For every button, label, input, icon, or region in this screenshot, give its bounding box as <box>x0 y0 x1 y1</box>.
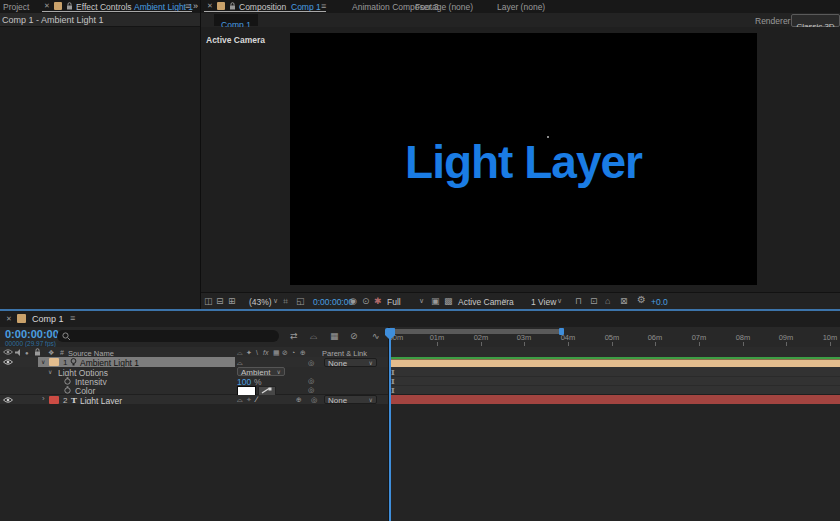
quality-toggle-icon[interactable]: ∕ <box>256 396 257 404</box>
ruler-tick <box>786 342 787 346</box>
after-effects-window: Project ✕ Effect Controls Ambient Light … <box>0 0 840 521</box>
fast-previews-icon[interactable]: ⌂ <box>605 297 610 305</box>
playhead-line[interactable] <box>389 328 391 521</box>
lock-column-icon <box>34 348 41 356</box>
timeline-left-empty[interactable] <box>0 404 388 521</box>
tab-project[interactable]: Project <box>3 2 29 12</box>
comp-canvas[interactable]: Light Layer <box>290 33 757 285</box>
exposure-value[interactable]: +0.0 <box>651 297 668 307</box>
timeline-tab-comp1[interactable]: Comp 1 <box>32 314 64 324</box>
comp-title-text[interactable]: Light Layer <box>290 135 757 189</box>
visibility-eye-icon[interactable] <box>3 397 13 403</box>
resolution-chevron-icon[interactable]: ∨ <box>419 297 424 305</box>
property-row-color[interactable]: Color ◎ <box>0 385 388 395</box>
panel-menu-icon[interactable]: ≡ <box>185 2 190 10</box>
renderer-button[interactable]: Classic 3D <box>791 14 840 27</box>
collapse-toggle-icon[interactable]: ✦ <box>246 396 252 404</box>
magnification-value[interactable]: (43%) <box>249 297 272 307</box>
visibility-eye-icon[interactable] <box>3 359 13 365</box>
tab-layer[interactable]: Layer (none) <box>497 2 545 12</box>
stopwatch-icon[interactable] <box>64 377 71 385</box>
search-box[interactable] <box>57 330 279 342</box>
motion-blur-switch-icon: ⊘ <box>282 349 288 357</box>
motion-blur-enable-icon[interactable]: ⊘ <box>350 332 358 340</box>
magnification-chevron-icon[interactable]: ∨ <box>273 297 278 305</box>
lock-icon[interactable] <box>229 2 236 10</box>
mirror-viewer-icon[interactable]: ⊞ <box>228 297 236 305</box>
close-icon[interactable]: ✕ <box>6 315 12 323</box>
property-name[interactable]: Color <box>75 386 95 396</box>
collapse-switch-icon: ✦ <box>246 349 252 357</box>
current-timecode[interactable]: 0:00:00:00 <box>5 328 59 340</box>
toolbar-timecode[interactable]: 0:00:00:00 <box>313 297 353 307</box>
pixel-aspect-icon[interactable]: ⊡ <box>590 297 598 305</box>
ruler-tick <box>830 342 831 346</box>
ruler-tick <box>743 342 744 346</box>
transparency-grid-icon[interactable]: ▩ <box>444 297 453 305</box>
view-layout-chevron-icon[interactable]: ∨ <box>557 297 562 305</box>
renderer-label: Renderer: <box>755 16 793 26</box>
close-icon[interactable]: ✕ <box>207 2 213 10</box>
eyedropper-button[interactable] <box>258 386 276 396</box>
panel-menu-icon[interactable]: ≡ <box>321 2 326 10</box>
layer-label-swatch[interactable] <box>49 358 59 366</box>
frame-blend-enable-icon[interactable]: ▦ <box>330 332 339 340</box>
tab-footage[interactable]: Footage (none) <box>415 2 473 12</box>
layer-label-swatch[interactable] <box>49 396 59 404</box>
parent-dropdown[interactable]: None ∨ <box>324 358 377 367</box>
motion-blur-toggle-icon[interactable]: ⊕ <box>296 396 302 404</box>
property-pickwhip-icon[interactable]: ◎ <box>308 386 314 394</box>
flowchart-icon[interactable]: ⊠ <box>620 297 628 305</box>
primary-viewer-icon[interactable]: ⊟ <box>216 297 224 305</box>
track-area[interactable]: I I I <box>390 347 840 521</box>
shy-switch-icon: ⌓ <box>237 349 243 357</box>
property-pickwhip-icon[interactable]: ◎ <box>308 377 314 385</box>
light-layer-type-icon <box>70 358 77 366</box>
composition-mini-flowchart-icon[interactable]: ⇄ <box>290 332 298 340</box>
snapshot-icon[interactable]: ◉ <box>349 297 357 305</box>
region-of-interest-icon[interactable]: ▣ <box>431 297 440 305</box>
resolution-value[interactable]: Full <box>387 297 401 307</box>
anchor-point-dot[interactable] <box>547 136 549 138</box>
ruler-label: 06m <box>643 333 667 342</box>
show-snapshot-icon[interactable]: ⊙ <box>362 297 370 305</box>
ruler-label: 04m <box>556 333 580 342</box>
collapse-chevron-icon[interactable]: ∨ <box>48 368 52 376</box>
viewer-subtab-comp1[interactable]: Comp 1 <box>214 14 258 26</box>
composition-toolbar: ◫ ⊟ ⊞ (43%) ∨ ⌗ ◱ 0:00:00:00 ◉ ⊙ ✱ Full … <box>201 292 840 310</box>
frame-counter: 00000 (29.97 fps) <box>5 340 56 347</box>
view-layout-value[interactable]: 1 View <box>531 297 556 307</box>
value-ibeam-marker: I <box>391 377 395 385</box>
hide-shy-layers-icon[interactable]: ⌓ <box>310 332 317 340</box>
parent-pickwhip-icon[interactable]: ◎ <box>311 396 317 404</box>
expand-chevron-icon[interactable]: ∨ <box>41 358 45 365</box>
parent-pickwhip-icon[interactable]: ◎ <box>308 359 314 367</box>
rulers-icon[interactable]: ◱ <box>296 297 305 305</box>
exposure-gear-icon[interactable]: ⚙ <box>637 296 646 304</box>
parent-dropdown[interactable]: None ∨ <box>324 395 377 404</box>
expand-chevron-icon[interactable]: › <box>42 395 45 403</box>
share-view-icon[interactable]: ⊓ <box>575 297 582 305</box>
color-swatch-white[interactable] <box>237 386 256 396</box>
channels-icon[interactable]: ✱ <box>374 297 382 305</box>
effect-controls-body[interactable] <box>0 27 200 309</box>
shy-toggle-icon[interactable]: ⌓ <box>237 396 243 404</box>
overflow-tabs-icon[interactable]: » <box>193 2 198 10</box>
light-type-dropdown[interactable]: Ambient ∨ <box>237 367 285 376</box>
shy-toggle-icon[interactable]: ⌓ <box>237 359 243 367</box>
camera-view-chevron-icon[interactable]: ∨ <box>502 297 507 305</box>
active-tab-underline <box>42 11 192 12</box>
time-ruler[interactable]: 00m 01m 02m 03m 04m 05m 06m 07m 08m 09m … <box>390 327 840 348</box>
stopwatch-icon[interactable] <box>64 386 71 394</box>
effect-controls-source-label: Comp 1 - Ambient Light 1 <box>2 15 104 25</box>
viewer-subtab-row: Comp 1 Renderer: Classic 3D <box>201 13 840 27</box>
composition-viewer[interactable]: Active Camera Light Layer <box>201 27 840 292</box>
layer-bar-light-layer[interactable] <box>390 395 840 404</box>
grid-guides-icon[interactable]: ⌗ <box>283 297 288 305</box>
lock-icon[interactable] <box>66 2 73 10</box>
always-preview-icon[interactable]: ◫ <box>204 297 213 305</box>
track-area-empty[interactable] <box>390 404 840 521</box>
close-icon[interactable]: ✕ <box>44 2 50 10</box>
graph-editor-icon[interactable]: ∿ <box>372 332 380 340</box>
panel-menu-icon[interactable]: ≡ <box>70 314 75 322</box>
